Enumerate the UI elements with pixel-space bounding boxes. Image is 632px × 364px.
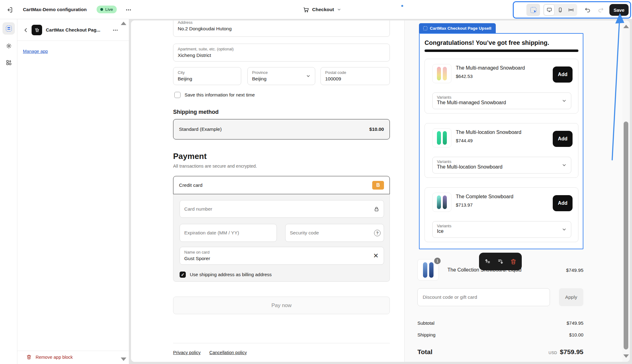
city-label: City — [178, 70, 237, 75]
trash-icon — [510, 258, 517, 265]
postal-code-field[interactable]: Postal code 100009 — [320, 67, 390, 85]
shipping-option-price: $10.00 — [369, 126, 384, 132]
cancellation-policy-link[interactable]: Cancellation policy — [209, 350, 247, 355]
chevron-left-icon — [23, 28, 28, 33]
chevron-down-icon — [562, 227, 567, 232]
variants-select[interactable]: Variants The Multi-location Snowboard — [432, 157, 571, 173]
preview-scrollbar[interactable] — [622, 20, 630, 362]
billing-address-checkbox[interactable] — [180, 272, 186, 278]
card-number-input[interactable] — [180, 200, 384, 218]
remove-app-block-button[interactable]: Remove app block — [26, 354, 73, 360]
desktop-icon — [546, 7, 552, 13]
shipping-option-name: Standard (Example) — [179, 126, 222, 132]
credit-card-body: ? Name on card Gust Sporer ✕ Use shippin… — [173, 194, 390, 282]
postal-code-label: Postal code — [325, 70, 385, 75]
dots-horizontal-icon — [125, 7, 132, 13]
total-value: $759.95 — [560, 348, 583, 356]
upsell-product-card: The Multi-managed Snowboard $642.53 Add … — [425, 59, 578, 113]
add-product-button[interactable]: Add — [553, 131, 573, 147]
more-options-button[interactable] — [123, 6, 134, 14]
live-badge-label: Live — [105, 7, 113, 12]
variants-label: Variants — [437, 95, 567, 100]
city-field[interactable]: City Beijing — [173, 67, 241, 85]
undo-button[interactable] — [582, 4, 593, 15]
chevron-down-icon — [337, 7, 341, 12]
help-icon[interactable]: ? — [374, 230, 381, 236]
clear-name-icon[interactable]: ✕ — [373, 252, 379, 259]
fullwidth-view-button[interactable] — [565, 4, 576, 15]
app-block-sidebar: CartMax Checkout Pag... Manage app Remov… — [17, 19, 129, 364]
province-select[interactable]: Province Beijing — [247, 67, 315, 85]
variants-select[interactable]: Variants Ice — [432, 221, 571, 238]
sidebar-footer: Remove app block — [17, 351, 129, 364]
editor-left-rail — [0, 19, 17, 364]
discount-code-input[interactable] — [417, 288, 550, 306]
privacy-policy-link[interactable]: Privacy policy — [173, 350, 201, 355]
upsell-block-tab[interactable]: CartMax Checkout Page Upsell — [419, 23, 496, 33]
sections-icon — [6, 26, 12, 32]
total-label: Total — [417, 348, 433, 356]
configuration-title: CartMax-Demo configuration — [23, 7, 87, 12]
security-code-input[interactable] — [285, 224, 384, 242]
payment-heading: Payment — [173, 152, 207, 161]
name-on-card-field[interactable]: Name on card Gust Sporer — [180, 247, 384, 265]
pay-now-button[interactable]: Pay now — [173, 297, 390, 314]
move-up-icon — [484, 258, 491, 265]
exit-editor-button[interactable] — [4, 5, 15, 15]
variants-label: Variants — [437, 224, 567, 228]
upsell-block[interactable]: Congratulations! You’ve got free shippin… — [419, 33, 583, 249]
subtotal-value: $749.95 — [567, 320, 583, 326]
live-badge: Live — [97, 6, 117, 13]
page-selector[interactable]: Checkout — [303, 5, 341, 15]
save-button[interactable]: Save — [609, 4, 629, 16]
province-value: Beijing — [252, 76, 311, 82]
shipping-option[interactable]: Standard (Example) $10.00 — [173, 119, 390, 139]
page-selector-label: Checkout — [312, 7, 334, 12]
scrollbar-thumb[interactable] — [624, 122, 628, 349]
apply-discount-button[interactable]: Apply — [559, 288, 583, 306]
upsell-block-tab-label: CartMax Checkout Page Upsell — [430, 26, 491, 31]
add-product-button[interactable]: Add — [553, 66, 573, 83]
shipping-label: Shipping — [417, 332, 435, 337]
scrollbar-up-arrow[interactable] — [623, 25, 629, 28]
cart-icon — [303, 6, 309, 13]
scroll-up-arrow[interactable] — [121, 22, 126, 25]
apartment-field[interactable]: Apartment, suite, etc. (optional) Xichen… — [173, 44, 390, 62]
app-block-menu-button[interactable] — [110, 25, 120, 35]
variants-value: Ice — [437, 229, 567, 234]
product-thumbnail — [432, 128, 451, 148]
scrollbar-down-arrow[interactable] — [623, 354, 629, 358]
delete-block-button[interactable] — [509, 257, 518, 266]
topbar: CartMax-Demo configuration Live Checkout — [0, 0, 632, 19]
move-block-down-button[interactable] — [496, 257, 505, 266]
mobile-view-button[interactable] — [555, 4, 565, 15]
expiration-date-input[interactable] — [180, 224, 277, 242]
rail-settings-tab[interactable] — [2, 40, 15, 52]
scroll-down-arrow[interactable] — [121, 358, 126, 361]
fullwidth-icon — [568, 7, 574, 13]
manage-app-link[interactable]: Manage app — [23, 49, 48, 54]
province-label: Province — [252, 70, 311, 75]
live-dot-icon — [100, 8, 103, 11]
trash-icon — [26, 354, 32, 360]
rail-sections-tab[interactable] — [2, 22, 15, 35]
currency-code: USD — [548, 351, 557, 355]
address-field[interactable]: Address No.2 Dongkoudai Hutong — [173, 20, 390, 37]
rail-app-embeds-tab[interactable] — [2, 56, 15, 69]
inspector-toggle-button[interactable] — [526, 4, 540, 16]
credit-card-option[interactable]: Credit card B — [173, 176, 390, 194]
app-logo — [32, 25, 42, 35]
product-title: The Complete Snowboard — [456, 194, 513, 199]
add-product-button[interactable]: Add — [553, 195, 573, 211]
variants-select[interactable]: Variants The Multi-managed Snowboard — [432, 92, 571, 109]
product-thumbnail — [432, 64, 451, 83]
checkout-preview: Address No.2 Dongkoudai Hutong Apartment… — [129, 19, 632, 364]
back-button[interactable] — [21, 25, 30, 35]
desktop-view-button[interactable] — [544, 4, 555, 15]
lock-icon — [373, 206, 385, 212]
preview-canvas: Address No.2 Dongkoudai Hutong Apartment… — [131, 20, 630, 362]
redo-button[interactable] — [595, 4, 606, 15]
selection-frame-icon — [423, 26, 427, 30]
move-block-up-button[interactable] — [483, 257, 492, 266]
save-info-checkbox[interactable] — [174, 92, 181, 98]
